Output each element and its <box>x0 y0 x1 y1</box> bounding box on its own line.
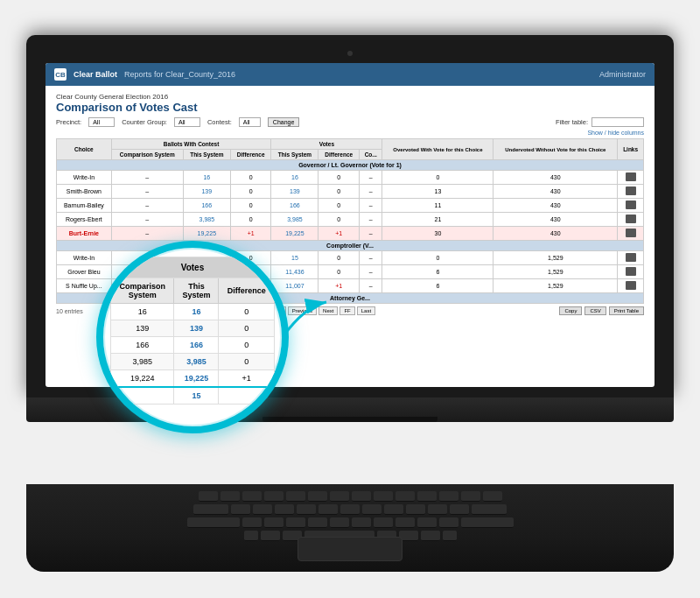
touchpad[interactable] <box>298 537 402 561</box>
key <box>330 491 349 502</box>
app-logo-text: Clear Ballot <box>74 70 117 79</box>
key <box>253 504 272 515</box>
key <box>187 517 240 528</box>
filter-table-input[interactable] <box>592 117 644 127</box>
key <box>417 491 437 502</box>
counter-group-label: Counter Group: <box>122 118 167 126</box>
table-row: Smith-Brown –1390 1390– 13430 <box>57 185 644 199</box>
key <box>352 517 371 528</box>
mag-row-highlight: 15 <box>111 387 275 405</box>
magnify-arrow <box>278 289 331 341</box>
copy-btn[interactable]: Copy <box>559 306 582 315</box>
change-button[interactable]: Change <box>268 117 300 127</box>
keyboard-area <box>26 484 674 598</box>
key <box>242 491 262 502</box>
table-row: Write-In –160 160– 0430 <box>57 171 644 185</box>
key <box>439 491 458 502</box>
key <box>417 517 437 528</box>
key <box>308 491 327 502</box>
entries-label: 10 entries <box>56 308 83 314</box>
mag-row: 166 166 0 <box>111 337 275 354</box>
key <box>264 517 284 528</box>
precinct-label: Precinct: <box>56 118 81 126</box>
key <box>264 491 284 502</box>
key <box>461 491 480 502</box>
csv-btn[interactable]: CSV <box>584 306 606 315</box>
mag-col-this: ThisSystem <box>174 278 219 304</box>
col-diff-ballots: Difference <box>230 150 271 160</box>
app-nav-label: Reports for Clear_County_2016 <box>124 70 235 79</box>
table-row: Burt-Ernie –19,225+1 19,225+1– 30430 <box>57 227 644 241</box>
key <box>231 504 250 515</box>
magnify-table: Votes ComparisonSystem ThisSystem Differ… <box>110 257 275 405</box>
mag-row: 139 139 0 <box>111 320 275 337</box>
col-undervoted: Undervoted Without Vote for this Choice <box>494 139 618 160</box>
mag-row: 3,985 3,985 0 <box>111 354 275 370</box>
counter-group-input[interactable] <box>174 117 200 127</box>
table-row: Rogers-Ebert –3,9850 3,9850– 21430 <box>57 213 644 227</box>
filter-table-label: Filter table: <box>556 118 588 126</box>
report-title: Comparison of Votes Cast <box>56 101 644 114</box>
laptop-keyboard <box>26 484 674 572</box>
col-this-ballots: This System <box>183 150 230 160</box>
keyboard-rows <box>26 484 674 541</box>
key <box>428 504 447 515</box>
precinct-input[interactable] <box>88 117 115 127</box>
key <box>362 504 382 515</box>
show-hide-link[interactable]: Show / hide columns <box>56 130 644 136</box>
group-header-comptroller: Comptroller (V... <box>57 241 644 251</box>
app-logo-icon: CB <box>54 68 66 81</box>
key <box>275 504 294 515</box>
key <box>384 504 403 515</box>
key <box>286 517 305 528</box>
action-buttons: Copy CSV Print Table <box>559 306 644 315</box>
key <box>396 491 415 502</box>
key <box>220 491 240 502</box>
key-row-1 <box>61 491 639 502</box>
key <box>244 531 258 541</box>
key <box>308 517 327 528</box>
webcam <box>347 51 353 56</box>
key <box>396 517 415 528</box>
print-btn[interactable]: Print Table <box>609 306 644 315</box>
key <box>352 491 371 502</box>
report-subtitle: Clear County General Election 2016 <box>56 93 644 101</box>
col-diff-votes: Difference <box>318 150 360 160</box>
key <box>450 504 469 515</box>
key <box>374 491 393 502</box>
key <box>193 504 228 515</box>
col-group-votes: Votes <box>271 139 382 150</box>
key <box>461 517 514 528</box>
col-overvoted: Overvoted With Vote for this Choice <box>382 139 494 160</box>
contest-label: Contest: <box>207 118 232 126</box>
col-comparison-ballots: Comparison System <box>111 150 183 160</box>
last-btn[interactable]: Last <box>357 306 375 315</box>
app-admin-label: Administrator <box>599 70 646 79</box>
key <box>472 504 507 515</box>
filter-row: Precinct: Counter Group: Contest: Change… <box>56 117 644 127</box>
scene: CB Clear Ballot Reports for Clear_County… <box>0 0 700 598</box>
mag-row: 16 16 0 <box>111 304 275 320</box>
col-this-votes: This System <box>271 150 318 160</box>
key <box>261 531 280 541</box>
key <box>318 504 338 515</box>
filter-right: Filter table: <box>556 117 644 127</box>
key <box>286 491 305 502</box>
ff-btn[interactable]: FF <box>340 306 354 315</box>
mag-row: 19,224 19,225 +1 <box>111 370 275 388</box>
key <box>439 517 458 528</box>
key <box>406 504 425 515</box>
key <box>199 491 218 502</box>
key-row-2 <box>61 504 639 515</box>
mag-highlight-val: 15 <box>174 387 219 405</box>
key <box>297 504 316 515</box>
magnify-circle: Votes ComparisonSystem ThisSystem Differ… <box>96 241 289 433</box>
col-choice: Choice <box>57 139 112 160</box>
contest-input[interactable] <box>239 117 261 127</box>
mag-title: Votes <box>111 257 275 278</box>
col-group-ballots: Ballots With Contest <box>111 139 271 150</box>
key-row-3 <box>61 517 639 528</box>
col-comp-votes: Co... <box>360 150 382 160</box>
key <box>374 517 393 528</box>
mag-col-comparison: ComparisonSystem <box>111 278 174 304</box>
